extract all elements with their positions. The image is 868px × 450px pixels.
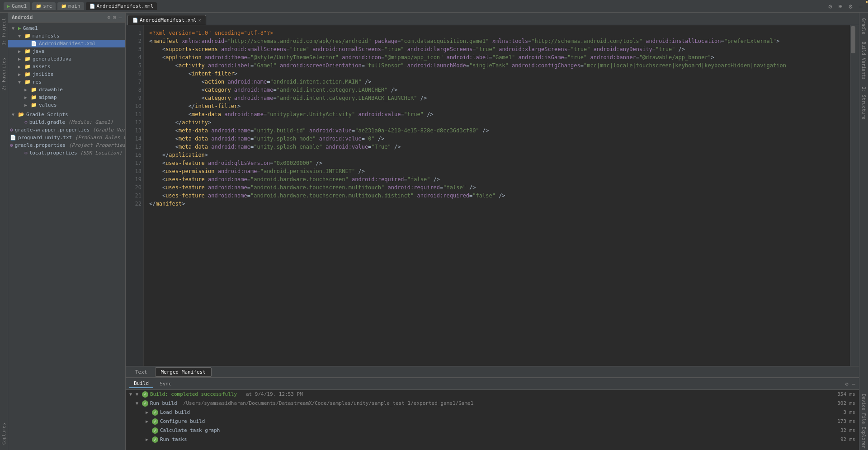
tree-label-gradle-wrapper: gradle-wrapper.properties (Gradle Versio… <box>15 127 125 133</box>
tab-close-btn[interactable]: ✕ <box>198 18 201 23</box>
tree-item-drawable[interactable]: ▶ 📁 drawable <box>8 86 125 94</box>
load-build-success-icon: ✓ <box>152 409 158 416</box>
structure-strip-label[interactable]: 2: Structure <box>860 85 867 121</box>
task-graph-time: 32 ms <box>828 427 855 435</box>
tree-item-game1[interactable]: ▼ ▶ Game1 <box>8 24 125 32</box>
code-line-9: <category android:name="android.intent.c… <box>149 94 846 102</box>
captures-label[interactable]: Captures <box>1 421 7 446</box>
expand-arrow-configurebuild: ▶ <box>146 417 152 426</box>
code-line-13: <meta-data android:name="unity.build-id"… <box>149 127 846 135</box>
line-number-11: 11 <box>127 110 142 118</box>
panel-action-layout[interactable]: ⊡ <box>113 14 116 20</box>
gradle-properties-icon: ⚙ <box>10 142 13 148</box>
title-tab-game1[interactable]: ▶ Game1 <box>4 2 30 10</box>
tree-item-androidmanifest[interactable]: 📄 AndroidManifest.xml <box>8 40 125 47</box>
build-result-row[interactable]: ▼ ▼ ✓ Build: completed successfully at 9… <box>126 390 859 399</box>
txt-file-icon: 📄 <box>10 135 16 141</box>
editor-tab-androidmanifest[interactable]: 📄 AndroidManifest.xml ✕ <box>127 15 206 25</box>
configure-build-row[interactable]: ▶ ✓ Configure build 173 ms <box>126 417 859 426</box>
project-label[interactable]: 1: Project <box>1 16 7 47</box>
title-tab-androidmanifest[interactable]: 📄 AndroidManifest.xml <box>86 2 157 10</box>
build-settings-icon[interactable]: ⚙ <box>845 381 849 387</box>
code-line-12: </activity> <box>149 118 846 127</box>
tree-item-values[interactable]: ▶ 📁 values <box>8 101 125 109</box>
tree-item-mipmap[interactable]: ▶ 📁 mipmap <box>8 94 125 101</box>
tree-arrow-generatedjava: ▶ <box>18 56 24 61</box>
gradle-file-icon: ⚙ <box>24 119 28 125</box>
title-tab-main[interactable]: 📁 main <box>57 2 84 10</box>
configure-build-time: 173 ms <box>828 417 855 426</box>
tree-label-game1: Game1 <box>23 25 38 31</box>
code-content[interactable]: <?xml version="1.0" encoding="utf-8"?><m… <box>144 25 850 366</box>
run-build-row[interactable]: ▼ ✓ Run build /Users/syamsasidharan/Docu… <box>126 399 859 408</box>
line-number-15: 15 <box>127 143 142 151</box>
tree-item-gradle-scripts[interactable]: ▼ 📂 Gradle Scripts <box>8 111 125 118</box>
tree-item-java[interactable]: ▶ 📁 java <box>8 47 125 55</box>
bottom-tab-text[interactable]: Text <box>129 367 153 377</box>
tree-label-local-properties: local.properties (SDK Location) <box>29 150 122 156</box>
close-btn[interactable]: — <box>857 2 864 11</box>
run-build-time: 302 ms <box>828 399 855 408</box>
title-tab-src-label: src <box>43 3 52 9</box>
tree-arrow-manifests: ▼ <box>18 33 24 38</box>
tree-item-build-gradle[interactable]: ⚙ build.gradle (Module: Game1) <box>8 118 125 126</box>
project-tree: ▼ ▶ Game1 ▼ 📁 manifests 📄 AndroidManifes… <box>8 23 125 450</box>
calculate-task-graph-row[interactable]: ✓ Calculate task graph 32 ms <box>126 426 859 435</box>
tree-arrow-jnilibs: ▶ <box>18 72 24 77</box>
panel-action-settings[interactable]: ⚙ <box>107 14 110 20</box>
sync-btn[interactable]: ⚙ <box>826 2 834 11</box>
line-number-18: 18 <box>127 167 142 175</box>
config-btn[interactable]: ⊞ <box>837 2 844 11</box>
build-panel: Build Sync ⚙ — ▼ ▼ ✓ Build: completed su… <box>126 378 859 450</box>
folder-icon-drawable: 📁 <box>31 87 37 93</box>
panel-actions: ⚙ ⊡ — <box>107 14 122 20</box>
build-close-icon[interactable]: — <box>852 381 855 387</box>
local-properties-icon: ⚙ <box>24 150 28 156</box>
build-result-label: Build: completed successfully <box>150 391 237 397</box>
tree-item-res[interactable]: ▼ 📁 res <box>8 78 125 86</box>
gradle-strip-label[interactable]: Gradle <box>860 16 867 36</box>
build-variants-strip-label[interactable]: Build Variants <box>860 40 867 81</box>
favorites-label[interactable]: 2: Favorites <box>1 56 7 92</box>
tree-item-jnilibs[interactable]: ▶ 📁 jniLibs <box>8 70 125 78</box>
game-icon: ▶ <box>7 4 10 9</box>
tree-item-manifests[interactable]: ▼ 📁 manifests <box>8 32 125 40</box>
tree-item-generatedjava[interactable]: ▶ 📁 generatedJava <box>8 55 125 63</box>
tree-label-drawable: drawable <box>39 87 63 93</box>
title-tab-src[interactable]: 📁 src <box>32 2 56 10</box>
tree-item-proguard-unity[interactable]: 📄 proguard-unity.txt (ProGuard Rules for… <box>8 134 125 141</box>
bottom-tab-merged-manifest[interactable]: Merged Manifest <box>155 367 212 377</box>
editor-content: 12345678910111213141516171819202122 <?xm… <box>126 25 859 366</box>
tree-item-local-properties[interactable]: ⚙ local.properties (SDK Location) <box>8 149 125 157</box>
tree-item-gradle-wrapper[interactable]: ⚙ gradle-wrapper.properties (Gradle Vers… <box>8 126 125 134</box>
settings-btn[interactable]: ⚙ <box>847 2 854 11</box>
panel-action-close[interactable]: — <box>118 14 122 20</box>
tree-item-gradle-properties[interactable]: ⚙ gradle.properties (Project Properties) <box>8 141 125 149</box>
editor-scrollbar[interactable] <box>850 25 856 366</box>
build-tab-sync[interactable]: Sync <box>155 380 176 388</box>
line-number-12: 12 <box>127 118 142 127</box>
device-file-explorer-label[interactable]: Device File Explorer <box>860 392 867 450</box>
run-build-text: Run build /Users/syamsasidharan/Document… <box>150 399 828 408</box>
run-tasks-row[interactable]: ▶ ✓ Run tasks 92 ms <box>126 435 859 444</box>
code-line-21: <uses-feature android:name="android.hard… <box>149 192 846 200</box>
folder-icon-generatedjava: 📁 <box>24 56 31 62</box>
code-line-2: <manifest xmlns:android="http://schemas.… <box>149 37 846 45</box>
line-number-8: 8 <box>127 86 142 94</box>
run-tasks-text: Run tasks <box>160 436 828 444</box>
tree-label-jnilibs: jniLibs <box>33 71 53 77</box>
tree-label-gradle-properties: gradle.properties (Project Properties) <box>15 142 125 148</box>
gradle-scripts-icon: 📂 <box>18 112 24 117</box>
project-panel: Android ⚙ ⊡ — ▼ ▶ Game1 ▼ 📁 manifests <box>8 13 126 450</box>
scrollbar-thumb[interactable] <box>851 26 855 53</box>
tree-item-assets[interactable]: ▶ 📁 assets <box>8 63 125 70</box>
line-number-19: 19 <box>127 175 142 183</box>
build-tab-build[interactable]: Build <box>129 380 153 388</box>
far-left-strip: 1: Project 2: Favorites Captures <box>0 13 8 450</box>
build-total-time: 354 ms <box>828 390 855 398</box>
expand-arrow-loadbuild: ▶ <box>146 408 152 417</box>
tree-arrow-java: ▶ <box>18 49 24 54</box>
load-build-row[interactable]: ▶ ✓ Load build 3 ms <box>126 408 859 417</box>
code-line-11: <meta-data android:name="unityplayer.Uni… <box>149 110 846 118</box>
line-number-16: 16 <box>127 151 142 159</box>
